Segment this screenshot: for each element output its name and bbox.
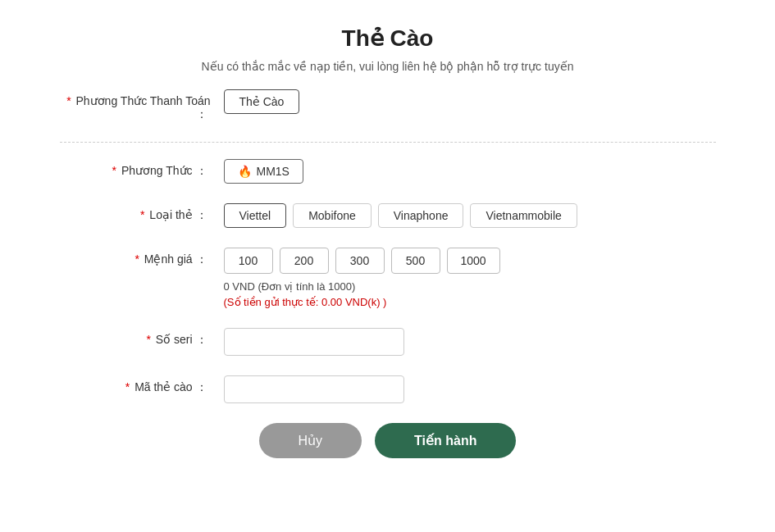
card-type-viettel[interactable]: Viettel	[224, 203, 287, 228]
bottom-buttons: Hủy Tiến hành	[60, 423, 716, 458]
page-title: Thẻ Cào	[342, 25, 434, 52]
card-type-vinaphone[interactable]: Vinaphone	[378, 203, 464, 228]
denomination-1000[interactable]: 1000	[447, 248, 500, 274]
proceed-button[interactable]: Tiến hành	[375, 423, 516, 458]
payment-method-label: * Phương Thức Thanh Toán ：	[60, 89, 224, 122]
cancel-button[interactable]: Hủy	[259, 423, 362, 458]
page-subtitle: Nếu có thắc mắc về nạp tiền, vui lòng li…	[202, 60, 574, 73]
denomination-label: * Mệnh giá ：	[60, 248, 224, 267]
section-divider	[60, 142, 716, 143]
denomination-500[interactable]: 500	[391, 248, 440, 274]
payment-method-button[interactable]: Thẻ Cào	[224, 89, 300, 114]
card-type-label: * Loại thẻ ：	[60, 203, 224, 223]
so-seri-input[interactable]	[224, 328, 404, 356]
denomination-actual: (Số tiền gửi thực tế: 0.00 VND(k) )	[224, 296, 716, 308]
denomination-100[interactable]: 100	[224, 248, 273, 274]
card-type-vietnammobile[interactable]: Vietnammobile	[470, 203, 577, 228]
denomination-note: 0 VND (Đơn vị tính là 1000)	[224, 280, 716, 293]
method-button[interactable]: 🔥 MM1S	[224, 159, 303, 184]
card-type-group: Viettel Mobifone Vinaphone Vietnammobile	[224, 203, 716, 228]
method-label: * Phương Thức ：	[60, 159, 224, 179]
ma-the-cao-input[interactable]	[224, 375, 404, 403]
method-name: MM1S	[257, 165, 289, 178]
denomination-200[interactable]: 200	[280, 248, 329, 274]
denomination-group: 100 200 300 500 1000	[224, 248, 716, 274]
ma-the-cao-label: * Mã thẻ cào ：	[60, 375, 224, 395]
so-seri-label: * Số seri ：	[60, 328, 224, 348]
denomination-300[interactable]: 300	[335, 248, 385, 274]
card-type-mobifone[interactable]: Mobifone	[293, 203, 372, 228]
method-icon: 🔥	[238, 165, 252, 178]
